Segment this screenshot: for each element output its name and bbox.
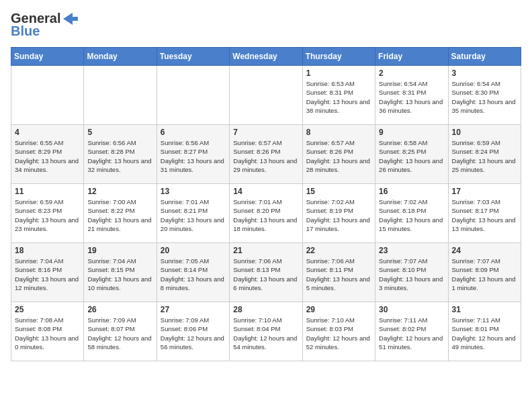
day-number: 27 (161, 305, 226, 314)
day-info: Sunrise: 7:06 AM Sunset: 8:11 PM Dayligh… (306, 257, 371, 292)
calendar-cell: 10Sunrise: 6:59 AM Sunset: 8:24 PM Dayli… (448, 125, 521, 184)
day-number: 28 (233, 305, 298, 314)
calendar-cell: 4Sunrise: 6:55 AM Sunset: 8:29 PM Daylig… (11, 125, 84, 184)
day-number: 19 (87, 246, 152, 255)
calendar-cell: 15Sunrise: 7:02 AM Sunset: 8:19 PM Dayli… (302, 184, 375, 243)
day-number: 29 (306, 305, 371, 314)
day-number: 23 (379, 246, 444, 255)
calendar-cell: 1Sunrise: 6:53 AM Sunset: 8:31 PM Daylig… (302, 66, 375, 125)
calendar-cell: 18Sunrise: 7:04 AM Sunset: 8:16 PM Dayli… (11, 243, 84, 302)
day-number: 6 (161, 128, 226, 137)
day-of-week-header: Monday (84, 48, 157, 66)
calendar-cell: 19Sunrise: 7:04 AM Sunset: 8:15 PM Dayli… (84, 243, 157, 302)
day-number: 26 (87, 305, 152, 314)
calendar-cell: 21Sunrise: 7:06 AM Sunset: 8:13 PM Dayli… (230, 243, 302, 302)
calendar-cell: 3Sunrise: 6:54 AM Sunset: 8:30 PM Daylig… (448, 66, 521, 125)
day-info: Sunrise: 7:10 AM Sunset: 8:04 PM Dayligh… (233, 316, 298, 351)
calendar-cell (84, 66, 157, 125)
day-number: 11 (15, 187, 80, 196)
day-number: 25 (15, 305, 80, 314)
calendar-cell: 27Sunrise: 7:09 AM Sunset: 8:06 PM Dayli… (157, 302, 229, 361)
calendar-cell: 6Sunrise: 6:56 AM Sunset: 8:27 PM Daylig… (157, 125, 229, 184)
day-number: 10 (452, 128, 517, 137)
day-info: Sunrise: 7:09 AM Sunset: 8:06 PM Dayligh… (161, 316, 226, 351)
day-of-week-header: Thursday (302, 48, 375, 66)
logo: General Blue (11, 11, 78, 39)
day-info: Sunrise: 7:05 AM Sunset: 8:14 PM Dayligh… (161, 257, 226, 292)
day-number: 5 (87, 128, 152, 137)
day-number: 17 (452, 187, 517, 196)
calendar-cell: 24Sunrise: 7:07 AM Sunset: 8:09 PM Dayli… (448, 243, 521, 302)
calendar-header-row: SundayMondayTuesdayWednesdayThursdayFrid… (11, 48, 521, 66)
calendar-week-row: 11Sunrise: 6:59 AM Sunset: 8:23 PM Dayli… (11, 184, 521, 243)
day-number: 7 (233, 128, 298, 137)
day-info: Sunrise: 7:07 AM Sunset: 8:09 PM Dayligh… (452, 257, 517, 292)
calendar-cell (230, 66, 302, 125)
day-info: Sunrise: 7:11 AM Sunset: 8:02 PM Dayligh… (379, 316, 444, 351)
day-of-week-header: Wednesday (230, 48, 302, 66)
day-info: Sunrise: 6:59 AM Sunset: 8:23 PM Dayligh… (15, 197, 80, 233)
day-number: 24 (452, 246, 517, 255)
day-number: 1 (306, 68, 371, 78)
day-info: Sunrise: 6:54 AM Sunset: 8:30 PM Dayligh… (452, 79, 517, 115)
day-number: 16 (379, 187, 444, 196)
day-info: Sunrise: 7:00 AM Sunset: 8:22 PM Dayligh… (87, 197, 152, 233)
day-of-week-header: Friday (375, 48, 448, 66)
calendar-cell: 5Sunrise: 6:56 AM Sunset: 8:28 PM Daylig… (84, 125, 157, 184)
calendar-cell: 17Sunrise: 7:03 AM Sunset: 8:17 PM Dayli… (448, 184, 521, 243)
calendar-week-row: 18Sunrise: 7:04 AM Sunset: 8:16 PM Dayli… (11, 243, 521, 302)
calendar-week-row: 1Sunrise: 6:53 AM Sunset: 8:31 PM Daylig… (11, 66, 521, 125)
day-of-week-header: Saturday (448, 48, 521, 66)
calendar-cell: 25Sunrise: 7:08 AM Sunset: 8:08 PM Dayli… (11, 302, 84, 361)
day-number: 18 (15, 246, 80, 255)
logo-arrow-icon (63, 13, 78, 25)
calendar-cell: 14Sunrise: 7:01 AM Sunset: 8:20 PM Dayli… (230, 184, 302, 243)
day-info: Sunrise: 7:01 AM Sunset: 8:21 PM Dayligh… (161, 197, 226, 233)
calendar-cell: 20Sunrise: 7:05 AM Sunset: 8:14 PM Dayli… (157, 243, 229, 302)
calendar-cell: 16Sunrise: 7:02 AM Sunset: 8:18 PM Dayli… (375, 184, 448, 243)
logo-text-blue: Blue (11, 24, 40, 39)
day-info: Sunrise: 7:01 AM Sunset: 8:20 PM Dayligh… (233, 197, 298, 233)
calendar-cell: 22Sunrise: 7:06 AM Sunset: 8:11 PM Dayli… (302, 243, 375, 302)
calendar-cell: 7Sunrise: 6:57 AM Sunset: 8:26 PM Daylig… (230, 125, 302, 184)
day-number: 2 (379, 68, 444, 78)
day-number: 15 (306, 187, 371, 196)
svg-marker-0 (63, 13, 78, 25)
day-info: Sunrise: 6:53 AM Sunset: 8:31 PM Dayligh… (306, 79, 371, 115)
calendar-body: 1Sunrise: 6:53 AM Sunset: 8:31 PM Daylig… (11, 66, 521, 361)
calendar-cell (11, 66, 84, 125)
calendar-cell: 2Sunrise: 6:54 AM Sunset: 8:31 PM Daylig… (375, 66, 448, 125)
calendar-cell: 13Sunrise: 7:01 AM Sunset: 8:21 PM Dayli… (157, 184, 229, 243)
calendar-cell: 30Sunrise: 7:11 AM Sunset: 8:02 PM Dayli… (375, 302, 448, 361)
calendar-cell: 9Sunrise: 6:58 AM Sunset: 8:25 PM Daylig… (375, 125, 448, 184)
calendar-cell: 31Sunrise: 7:11 AM Sunset: 8:01 PM Dayli… (448, 302, 521, 361)
day-info: Sunrise: 7:04 AM Sunset: 8:16 PM Dayligh… (15, 257, 80, 292)
day-info: Sunrise: 6:57 AM Sunset: 8:26 PM Dayligh… (233, 138, 298, 174)
calendar-week-row: 25Sunrise: 7:08 AM Sunset: 8:08 PM Dayli… (11, 302, 521, 361)
day-number: 13 (161, 187, 226, 196)
day-info: Sunrise: 6:59 AM Sunset: 8:24 PM Dayligh… (452, 138, 517, 174)
day-info: Sunrise: 6:57 AM Sunset: 8:26 PM Dayligh… (306, 138, 371, 174)
day-number: 22 (306, 246, 371, 255)
day-info: Sunrise: 7:08 AM Sunset: 8:08 PM Dayligh… (15, 316, 80, 351)
calendar-cell: 12Sunrise: 7:00 AM Sunset: 8:22 PM Dayli… (84, 184, 157, 243)
day-info: Sunrise: 6:56 AM Sunset: 8:28 PM Dayligh… (87, 138, 152, 174)
day-number: 21 (233, 246, 298, 255)
calendar-cell (157, 66, 229, 125)
day-info: Sunrise: 6:55 AM Sunset: 8:29 PM Dayligh… (15, 138, 80, 174)
day-number: 12 (87, 187, 152, 196)
day-info: Sunrise: 6:54 AM Sunset: 8:31 PM Dayligh… (379, 79, 444, 115)
day-of-week-header: Tuesday (157, 48, 229, 66)
day-number: 30 (379, 305, 444, 314)
calendar-cell: 23Sunrise: 7:07 AM Sunset: 8:10 PM Dayli… (375, 243, 448, 302)
day-number: 20 (161, 246, 226, 255)
day-number: 3 (452, 68, 517, 78)
day-info: Sunrise: 7:10 AM Sunset: 8:03 PM Dayligh… (306, 316, 371, 351)
calendar-cell: 11Sunrise: 6:59 AM Sunset: 8:23 PM Dayli… (11, 184, 84, 243)
day-info: Sunrise: 7:04 AM Sunset: 8:15 PM Dayligh… (87, 257, 152, 292)
day-number: 8 (306, 128, 371, 137)
day-info: Sunrise: 7:07 AM Sunset: 8:10 PM Dayligh… (379, 257, 444, 292)
day-info: Sunrise: 7:02 AM Sunset: 8:18 PM Dayligh… (379, 197, 444, 233)
day-info: Sunrise: 7:06 AM Sunset: 8:13 PM Dayligh… (233, 257, 298, 292)
calendar-cell: 26Sunrise: 7:09 AM Sunset: 8:07 PM Dayli… (84, 302, 157, 361)
